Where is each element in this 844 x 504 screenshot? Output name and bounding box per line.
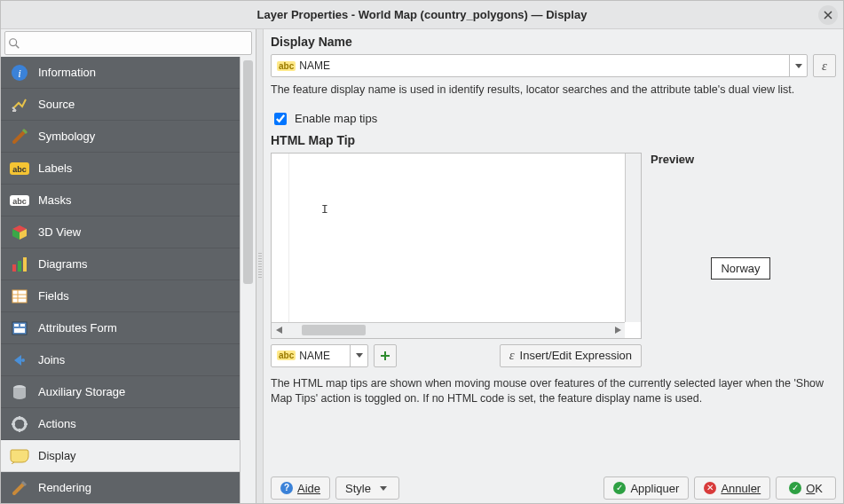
sidebar-item-label: Labels [38, 161, 72, 175]
chevron-down-icon [380, 486, 387, 491]
search-icon [8, 37, 20, 50]
apply-label: Appliquer [630, 482, 679, 495]
help-icon: ? [280, 482, 293, 494]
preview-box: Norway [645, 169, 836, 367]
sidebar-item-label: Diagrams [38, 257, 88, 271]
diagrams-icon [10, 255, 29, 274]
svg-rect-22 [19, 416, 20, 420]
expression-button[interactable]: ε [813, 54, 836, 77]
triangle-right-icon [615, 327, 621, 334]
sidebar-list: iInformationSourceSymbologyabcLabelsabcM… [1, 57, 240, 503]
sidebar-item-label: Masks [38, 193, 72, 207]
svg-point-19 [21, 358, 25, 362]
sidebar-item-label: 3D View [38, 225, 81, 239]
sidebar-item-rendering[interactable]: Rendering [1, 472, 240, 503]
svg-text:abc: abc [12, 165, 27, 174]
help-button[interactable]: ? Aide [271, 476, 330, 500]
abc-icon: abc [277, 350, 296, 360]
cancel-icon: ✕ [704, 482, 716, 494]
style-label: Style [345, 482, 371, 495]
plus-icon [379, 350, 391, 362]
check-icon: ✓ [789, 482, 801, 494]
sidebar-item-3d-view[interactable]: 3D View [1, 217, 240, 248]
sidebar-item-label: Symbology [38, 130, 95, 143]
sidebar-item-symbology[interactable]: Symbology [1, 121, 240, 153]
maptip-field-combo[interactable]: abc NAME [271, 344, 368, 367]
sidebar-item-attributes-form[interactable]: Attributes Form [1, 312, 240, 344]
svg-rect-10 [23, 257, 27, 272]
sidebar-item-diagrams[interactable]: Diagrams [1, 248, 240, 280]
sidebar-scrollbar[interactable] [240, 57, 256, 503]
sidebar-item-masks[interactable]: abcMasks [1, 185, 240, 217]
sidebar-item-display[interactable]: Display [1, 440, 240, 472]
sidebar-item-label: Attributes Form [38, 321, 117, 335]
sidebar-item-labels[interactable]: abcLabels [1, 153, 240, 185]
svg-rect-17 [20, 324, 25, 327]
cancel-button[interactable]: ✕ Annuler [694, 476, 770, 500]
svg-text:abc: abc [12, 197, 27, 206]
masks-icon: abc [10, 191, 29, 210]
maptip-field-dropdown[interactable] [350, 345, 367, 366]
sidebar-item-label: Source [38, 98, 75, 111]
svg-rect-24 [12, 423, 15, 425]
sidebar-item-information[interactable]: iInformation [1, 57, 240, 89]
display-name-section-label: Display Name [271, 35, 836, 49]
svg-rect-18 [14, 328, 25, 333]
svg-line-1 [16, 44, 20, 48]
sidebar-item-fields[interactable]: Fields [1, 280, 240, 312]
sidebar-item-label: Actions [38, 417, 76, 430]
preview-value: Norway [711, 257, 769, 280]
sidebar-item-joins[interactable]: Joins [1, 344, 240, 376]
chevron-down-icon [356, 353, 363, 358]
actions-icon [10, 414, 29, 434]
add-field-button[interactable] [374, 344, 397, 367]
sidebar-item-auxiliary-storage[interactable]: Auxiliary Storage [1, 376, 240, 408]
splitter-handle[interactable] [256, 29, 264, 503]
ok-label-rest: K [815, 482, 823, 495]
source-icon [10, 95, 29, 114]
svg-rect-9 [18, 261, 21, 272]
display-name-field-combo[interactable]: abc NAME [271, 54, 808, 77]
3d-icon [10, 223, 29, 242]
help-label: Aide [297, 482, 320, 495]
labels-icon: abc [10, 159, 29, 178]
window-close-button[interactable] [818, 5, 838, 25]
attrform-icon [10, 319, 29, 338]
sidebar-item-label: Fields [38, 289, 69, 303]
display-name-field-value: NAME [299, 59, 330, 72]
fields-icon [10, 287, 29, 306]
sidebar-item-actions[interactable]: Actions [1, 408, 240, 440]
ok-label-u: O [806, 482, 815, 495]
html-editor[interactable]: I [271, 153, 642, 339]
editor-horizontal-scrollbar[interactable] [272, 322, 625, 338]
display-name-description: The feature display name is used in iden… [271, 83, 836, 98]
sidebar-item-label: Rendering [38, 481, 91, 494]
svg-rect-25 [24, 423, 28, 425]
check-icon: ✓ [613, 482, 626, 494]
joins-icon [10, 350, 29, 370]
enable-map-tips-label: Enable map tips [295, 112, 377, 125]
svg-rect-11 [12, 290, 27, 303]
display-name-field-dropdown[interactable] [789, 55, 807, 76]
sidebar-item-source[interactable]: Source [1, 89, 240, 121]
enable-map-tips-checkbox[interactable] [274, 113, 287, 125]
symbology-icon [10, 127, 29, 146]
apply-button[interactable]: ✓ Appliquer [603, 476, 689, 500]
rendering-icon [10, 478, 29, 498]
chevron-down-icon [795, 64, 802, 68]
style-button[interactable]: Style [335, 476, 399, 500]
svg-rect-8 [12, 264, 16, 272]
ok-button[interactable]: ✓ OK [776, 476, 836, 500]
sidebar-item-label: Display [38, 449, 76, 462]
insert-expression-button[interactable]: ε Insert/Edit Expression [500, 344, 642, 367]
svg-text:i: i [18, 67, 21, 80]
svg-rect-23 [19, 429, 20, 432]
editor-vertical-scrollbar[interactable] [625, 154, 641, 322]
sidebar-search-input[interactable] [4, 31, 252, 55]
svg-point-21 [13, 418, 26, 430]
svg-point-0 [10, 38, 17, 45]
display-icon [10, 446, 29, 466]
sidebar-item-label: Auxiliary Storage [38, 385, 125, 398]
epsilon-icon: ε [822, 59, 827, 74]
info-icon: i [10, 63, 29, 83]
